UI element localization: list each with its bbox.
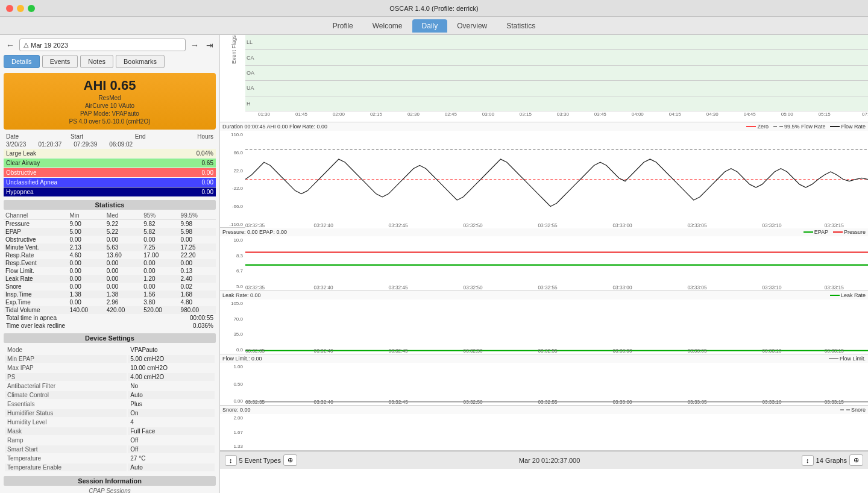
pressure-svg: 03:32:35 03:32:40 03:32:45 03:32:50 03:3… bbox=[245, 236, 868, 290]
svg-text:03:33:00: 03:33:00 bbox=[612, 222, 632, 228]
snore-legend-label: Snore bbox=[851, 407, 866, 413]
date-navigation: ← △ Mar 19 2023 → ⇥ bbox=[4, 39, 216, 51]
stats-cell-9-0: Insp.Time bbox=[4, 290, 68, 298]
svg-text:03:33:10: 03:33:10 bbox=[762, 348, 781, 354]
details-tab[interactable]: Details bbox=[4, 55, 40, 68]
svg-text:03:32:35: 03:32:35 bbox=[245, 348, 265, 354]
stats-cell-10-3: 3.80 bbox=[142, 298, 178, 306]
time-04:30: 04:30 bbox=[706, 111, 719, 117]
yaxis-0: 0.0 bbox=[236, 347, 243, 353]
cpap-sessions-label: CPAP Sessions bbox=[4, 488, 216, 493]
close-button[interactable] bbox=[6, 5, 13, 12]
event-types-settings-button[interactable]: ⊕ bbox=[283, 454, 297, 466]
stats-cell-5-1: 0.00 bbox=[68, 259, 104, 267]
devset-cell-9-1: Full Face bbox=[128, 427, 215, 435]
svg-text:03:33:05: 03:33:05 bbox=[687, 284, 706, 290]
session-date-row: 3/20/23 01:20:37 07:29:39 06:09:02 bbox=[4, 141, 216, 148]
svg-text:03:32:55: 03:32:55 bbox=[538, 222, 558, 228]
device-settings-table: ModeVPAPautoMin EPAP5.00 cmH2OMax IPAP10… bbox=[4, 345, 216, 473]
devset-cell-8-1: 4 bbox=[128, 418, 215, 426]
tab-overview[interactable]: Overview bbox=[447, 19, 497, 33]
leak-rate-panel: Leak Rate: 0.00 Leak Rate 105.0 70.0 35.… bbox=[220, 291, 868, 354]
stats-cell-5-0: Resp.Event bbox=[4, 259, 68, 267]
flag-row-oa: OA bbox=[245, 66, 868, 81]
snore-legend: Snore bbox=[840, 407, 866, 413]
flow-limit-header: Flow Limit.: 0.00 Flow Limit. bbox=[220, 354, 868, 363]
leak-rate-canvas[interactable]: 03:32:35 03:32:40 03:32:45 03:32:50 03:3… bbox=[245, 300, 868, 354]
bookmarks-tab[interactable]: Bookmarks bbox=[116, 55, 165, 68]
prev-date-button[interactable]: ← bbox=[4, 39, 17, 51]
today-button[interactable]: ⇥ bbox=[204, 39, 216, 51]
svg-text:03:32:50: 03:32:50 bbox=[464, 284, 483, 290]
svg-text:03:33:00: 03:33:00 bbox=[612, 284, 632, 290]
pressure-yaxis: 10.0 8.3 6.7 5.0 bbox=[220, 236, 245, 290]
graphs-expand-button[interactable]: ↕ bbox=[802, 455, 814, 466]
epap-legend-line bbox=[804, 231, 813, 233]
stats-cell-10-1: 0.00 bbox=[68, 298, 104, 306]
unclassified-value: 0.00 bbox=[202, 179, 213, 186]
stats-cell-1-4: 5.98 bbox=[179, 228, 216, 236]
flag-ca-label: CA bbox=[247, 55, 254, 61]
stats-row: Snore0.000.000.000.02 bbox=[4, 283, 216, 290]
flow-rate-panel: Duration 00:00:45 AHI 0.00 Flow Rate: 0.… bbox=[220, 122, 868, 228]
svg-rect-24 bbox=[245, 300, 868, 354]
yaxis-neg66: -66.0 bbox=[232, 204, 243, 209]
devset-cell-0-1: VPAPauto bbox=[128, 346, 215, 354]
graphs-settings-button[interactable]: ⊕ bbox=[849, 454, 863, 466]
tab-statistics[interactable]: Statistics bbox=[497, 19, 545, 33]
svg-text:03:33:15: 03:33:15 bbox=[825, 222, 844, 228]
event-types-expand-button[interactable]: ↕ bbox=[225, 455, 237, 466]
events-tab[interactable]: Events bbox=[42, 55, 78, 68]
devset-row: Humidifier StatusOn bbox=[5, 409, 215, 417]
stats-row: Flow Limit.0.000.000.000.13 bbox=[4, 267, 216, 275]
flag-ua-label: UA bbox=[247, 85, 254, 91]
unclassified-apnea-row: Unclassified Apnea 0.00 bbox=[4, 178, 216, 187]
stats-cell-6-2: 0.00 bbox=[105, 267, 142, 275]
session-info-section: Session Information CPAP Sessions On Dat… bbox=[4, 476, 216, 493]
tab-welcome[interactable]: Welcome bbox=[363, 19, 412, 33]
svg-text:03:33:00: 03:33:00 bbox=[612, 399, 632, 405]
stats-cell-4-3: 17.00 bbox=[142, 251, 178, 259]
next-date-button[interactable]: → bbox=[188, 39, 201, 51]
devset-cell-6-1: Plus bbox=[128, 400, 215, 408]
pressure-legend-label: Pressure bbox=[844, 229, 866, 235]
minimize-button[interactable] bbox=[17, 5, 24, 12]
stats-row: Tidal Volume140.00420.00520.00980.00 bbox=[4, 306, 216, 314]
devset-row: Humidity Level4 bbox=[5, 418, 215, 426]
titlebar: OSCAR 1.4.0 (Profile: derrick) bbox=[0, 0, 868, 17]
flow-limit-canvas[interactable]: 03:32:35 03:32:40 03:32:45 03:32:50 03:3… bbox=[245, 363, 868, 405]
svg-text:03:32:50: 03:32:50 bbox=[464, 348, 483, 354]
time-05:15: 05:15 bbox=[819, 111, 831, 117]
flow-rate-body: 110.0 66.0 22.0 -22.0 -66.0 -110.0 bbox=[220, 131, 868, 228]
stats-cell-3-3: 7.25 bbox=[142, 243, 178, 251]
legend-flow-rate: Flow Rate bbox=[830, 124, 866, 130]
devset-cell-7-0: Humidifier Status bbox=[5, 409, 127, 417]
notes-tab[interactable]: Notes bbox=[80, 55, 113, 68]
pressure-title: Pressure: 0.00 EPAP: 0.00 bbox=[222, 229, 287, 235]
end-col-label: End bbox=[135, 133, 146, 140]
stats-cell-8-3: 0.00 bbox=[142, 283, 178, 290]
legend-epap: EPAP bbox=[804, 229, 828, 235]
devset-cell-3-0: PS bbox=[5, 373, 127, 381]
time-04:00: 04:00 bbox=[632, 111, 644, 117]
tab-profile[interactable]: Profile bbox=[323, 19, 363, 33]
tab-daily[interactable]: Daily bbox=[412, 19, 448, 33]
maximize-button[interactable] bbox=[28, 5, 35, 12]
stats-cell-4-1: 4.60 bbox=[68, 251, 104, 259]
time-03:30: 03:30 bbox=[557, 111, 569, 117]
flow-limit-title: Flow Limit.: 0.00 bbox=[222, 356, 262, 362]
stats-cell-6-4: 0.13 bbox=[179, 267, 216, 275]
stats-row: Exp.Time0.002.963.804.80 bbox=[4, 298, 216, 306]
apnea-label: Total time in apnea bbox=[6, 315, 57, 321]
svg-text:03:32:45: 03:32:45 bbox=[389, 348, 408, 354]
col-95: 95% bbox=[142, 212, 178, 220]
device-settings-title: Device Settings bbox=[4, 333, 216, 343]
snore-canvas[interactable] bbox=[245, 414, 868, 450]
pressure-canvas[interactable]: 03:32:35 03:32:40 03:32:45 03:32:50 03:3… bbox=[245, 236, 868, 290]
stats-cell-2-3: 0.00 bbox=[142, 236, 178, 243]
right-panel: Event Flags LL CA OA UA H 01:30 01:45 bbox=[220, 35, 868, 493]
svg-text:03:33:10: 03:33:10 bbox=[762, 399, 781, 405]
flow-rate-canvas[interactable]: 03:32:35 03:32:40 03:32:45 03:32:50 03:3… bbox=[245, 131, 868, 228]
svg-text:03:33:00: 03:33:00 bbox=[612, 348, 632, 354]
legend-zero: Zero bbox=[746, 124, 769, 130]
